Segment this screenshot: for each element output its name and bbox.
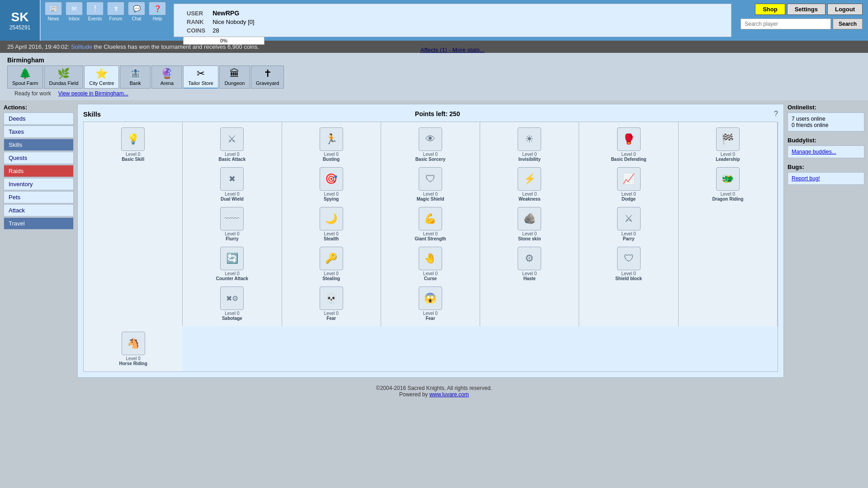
- manage-buddies-link[interactable]: Manage buddies...: [792, 149, 836, 155]
- header-right: Shop Settings Logout Search: [735, 0, 868, 41]
- luvare-link[interactable]: www.luvare.com: [429, 391, 469, 398]
- skill-busting[interactable]: 🏃 Level 0 Busting: [311, 126, 352, 164]
- affects-link[interactable]: Affects (1) - More stats...: [183, 47, 722, 53]
- skill-haste[interactable]: ⚙ Level 0 Haste: [509, 245, 550, 283]
- sidebar-item-taxes[interactable]: Taxes: [4, 126, 74, 138]
- tab-dundas-field-label: Dundas Field: [49, 80, 78, 86]
- tab-dundas-field[interactable]: 🌿 Dundas Field: [44, 66, 83, 89]
- view-people-link[interactable]: View people in Birmingham...: [58, 90, 128, 97]
- flurry-level: Level 0: [225, 231, 239, 236]
- nav-chat-label: Chat: [132, 16, 141, 21]
- dual-wield-level: Level 0: [225, 192, 239, 197]
- dragon-riding-icon: 🐲: [716, 167, 740, 191]
- tab-dungeon[interactable]: 🏛 Dungeon: [219, 66, 250, 89]
- curse-level: Level 0: [423, 271, 438, 276]
- busting-level: Level 0: [324, 152, 339, 157]
- skill-spying[interactable]: 🎯 Level 0 Spying: [311, 165, 352, 203]
- tab-spout-farm-label: Spout Farm: [12, 80, 38, 86]
- sidebar-item-pets[interactable]: Pets: [4, 191, 74, 203]
- shield-block-name: Shield block: [615, 276, 642, 281]
- sidebar-item-inventory[interactable]: Inventory: [4, 178, 74, 190]
- ticker-prefix: 25 April 2016, 19:40:02:: [7, 43, 71, 50]
- skill-dragon-riding[interactable]: 🐲 Level 0 Dragon Riding: [708, 165, 748, 203]
- nav-events-label: Events: [88, 16, 102, 21]
- nav-news[interactable]: 📰 News: [44, 2, 62, 21]
- tab-arena[interactable]: 🔮 Arena: [151, 66, 182, 89]
- settings-button[interactable]: Settings: [787, 4, 826, 15]
- skill-magic-shield[interactable]: 🛡 Level 0 Magic Shield: [410, 165, 451, 203]
- skill-stone-skin[interactable]: 🪨 Level 0 Stone skin: [509, 205, 550, 243]
- help-question-icon[interactable]: ?: [774, 110, 778, 118]
- invisibility-icon: ☀: [518, 127, 541, 151]
- logout-button[interactable]: Logout: [827, 4, 863, 15]
- skill-flurry[interactable]: 〰〰 Level 0 Flurry: [212, 205, 252, 243]
- fear2-name: Fear: [425, 316, 435, 321]
- xp-progress-label: 0%: [184, 37, 264, 44]
- chat-icon: 💬: [128, 2, 145, 15]
- skills-header: Skills Points left: 250 ?: [83, 110, 778, 118]
- ticker-highlight: Solitude: [71, 43, 92, 50]
- fear2-icon: 😱: [419, 286, 442, 310]
- skill-parry[interactable]: ⚔ Level 0 Parry: [609, 205, 649, 243]
- skill-invisibility[interactable]: ☀ Level 0 Invisibility: [509, 126, 550, 164]
- skill-col-1: 💡 Level 0 Basic Skill: [84, 122, 183, 326]
- stealth-level: Level 0: [324, 231, 339, 236]
- nav-chat[interactable]: 💬 Chat: [127, 2, 146, 21]
- skill-fear[interactable]: 💀 Level 0 Fear: [311, 285, 352, 323]
- skill-basic-sorcery[interactable]: 👁 Level 0 Basic Sorcery: [410, 126, 451, 164]
- search-input[interactable]: [741, 19, 831, 29]
- skill-stealth[interactable]: 🌙 Level 0 Stealth: [311, 205, 352, 243]
- skill-giant-strength[interactable]: 💪 Level 0 Giant Strength: [410, 205, 451, 243]
- invisibility-name: Invisibility: [519, 157, 541, 162]
- sidebar-item-skills[interactable]: Skills: [4, 139, 74, 151]
- skill-leadership[interactable]: 🏁 Level 0 Leadership: [708, 126, 748, 164]
- skill-weakness[interactable]: ⚡ Level 0 Weakness: [509, 165, 550, 203]
- skill-col-3: 🏃 Level 0 Busting 🎯 Level 0 Spying 🌙 Lev…: [282, 122, 381, 326]
- tab-bank[interactable]: 🏦 Bank: [120, 66, 151, 89]
- sidebar-item-attack[interactable]: Attack: [4, 204, 74, 216]
- skill-shield-block[interactable]: 🛡 Level 0 Shield block: [609, 245, 649, 283]
- skill-col-7: 🏁 Level 0 Leadership 🐲 Level 0 Dragon Ri…: [679, 122, 778, 326]
- nav-help[interactable]: ❓ Help: [148, 2, 166, 21]
- tab-graveyard[interactable]: ✝ Graveyard: [251, 66, 284, 89]
- basic-skill-icon: 💡: [121, 127, 145, 151]
- tab-city-centre[interactable]: ⭐ City Centre: [84, 66, 119, 89]
- skill-sabotage[interactable]: ✖⚙ Level 0 Sabotage: [212, 285, 252, 323]
- skill-dodge[interactable]: 📈 Level 0 Dodge: [609, 165, 649, 203]
- onlinelist-title: Onlinelist:: [788, 104, 864, 111]
- skill-fear2[interactable]: 😱 Level 0 Fear: [410, 285, 451, 323]
- sidebar-item-deeds[interactable]: Deeds: [4, 113, 74, 125]
- skills-grid: 💡 Level 0 Basic Skill ⚔ Level 0 Basic At…: [83, 122, 778, 372]
- header: SK 2545291 📰 News ✉ Inbox ❕ Events 🗡 For…: [0, 0, 868, 41]
- arena-icon: 🔮: [161, 68, 173, 80]
- tab-tailor-store[interactable]: ✂ Tailor Store: [183, 66, 218, 89]
- weakness-level: Level 0: [522, 192, 537, 197]
- nav-inbox[interactable]: ✉ Inbox: [65, 2, 83, 21]
- skill-horse-riding[interactable]: 🐴 Level 0 Horse Riding: [113, 330, 154, 368]
- nav-events[interactable]: ❕ Events: [86, 2, 104, 21]
- skill-basic-attack[interactable]: ⚔ Level 0 Basic Attack: [212, 126, 252, 164]
- sidebar-item-quests[interactable]: Quests: [4, 152, 74, 164]
- skill-dual-wield[interactable]: ✖ Level 0 Dual Wield: [212, 165, 252, 203]
- search-area: Search: [741, 19, 863, 29]
- logo-text: SK: [11, 10, 29, 24]
- skill-counter-attack[interactable]: 🔄 Level 0 Counter Attack: [212, 245, 252, 283]
- magic-shield-icon: 🛡: [419, 167, 442, 191]
- sidebar-item-travel[interactable]: Travel: [4, 217, 74, 230]
- skill-stealing[interactable]: 🔑 Level 0 Stealing: [311, 245, 352, 283]
- tab-arena-label: Arena: [160, 80, 174, 86]
- basic-skill-level: Level 0: [126, 152, 140, 157]
- sidebar-item-raids[interactable]: Raids: [4, 165, 74, 177]
- tab-spout-farm[interactable]: 🌲 Spout Farm: [7, 66, 43, 89]
- dual-wield-name: Dual Wield: [221, 197, 244, 202]
- location-section: Birmingham 🌲 Spout Farm 🌿 Dundas Field ⭐…: [7, 56, 284, 97]
- skill-curse[interactable]: 🤚 Level 0 Curse: [410, 245, 451, 283]
- nav-forum[interactable]: 🗡 Forum: [107, 2, 125, 21]
- search-button[interactable]: Search: [833, 19, 863, 29]
- shop-button[interactable]: Shop: [755, 4, 785, 15]
- skill-basic-defending[interactable]: 🥊 Level 0 Basic Defending: [609, 126, 649, 164]
- location-bar: Birmingham 🌲 Spout Farm 🌿 Dundas Field ⭐…: [0, 53, 868, 100]
- logo: SK 2545291: [0, 0, 41, 41]
- skill-basic-skill[interactable]: 💡 Level 0 Basic Skill: [113, 126, 153, 164]
- report-bug-link[interactable]: Report bug!: [792, 175, 820, 182]
